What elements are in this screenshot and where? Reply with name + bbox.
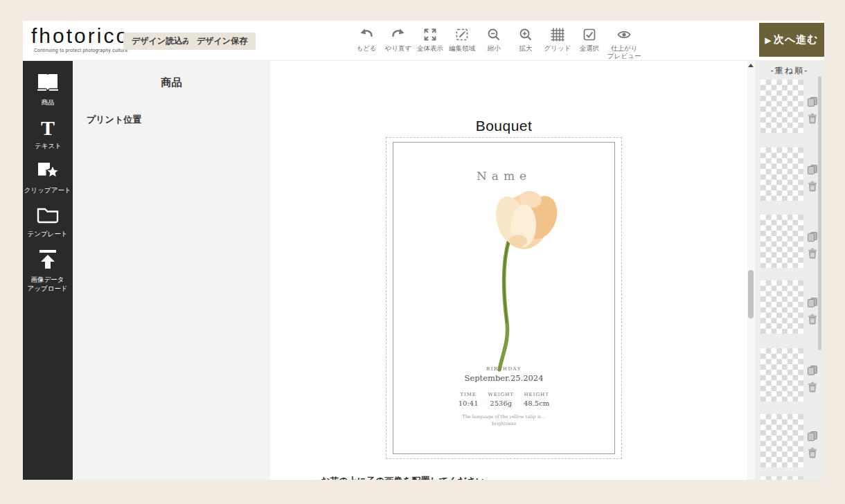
canvas-scrollbar[interactable] [747, 61, 755, 480]
delete-layer-button[interactable] [807, 113, 818, 124]
logo: fhotorico Continuing to protect photogra… [31, 26, 130, 53]
layer-thumbnail[interactable] [760, 80, 803, 133]
select-all-icon [582, 27, 597, 42]
layers-panel: -重ね順- [755, 61, 824, 480]
book-icon [35, 73, 60, 95]
text-icon: T [41, 118, 55, 138]
scroll-up-arrow-icon[interactable] [748, 64, 754, 67]
next-step-button[interactable]: ▶次へ進む [759, 23, 824, 57]
eye-icon [616, 27, 632, 42]
stats-row: TIME 10:41 WEIGHT 2536g HEIGHT 48.5cm [393, 392, 614, 407]
redo-button[interactable]: やり直す [384, 27, 412, 52]
delete-layer-button[interactable] [807, 314, 818, 325]
sidebar: 商品 T テキスト クリップアート テンプレート 画像データアップロード [23, 61, 73, 480]
design-card[interactable]: Name BIRTHDAY September.25.2024 [393, 142, 615, 454]
stat-time[interactable]: TIME 10:41 [459, 392, 479, 407]
zoom-in-button[interactable]: 拡大 [512, 27, 540, 52]
layer-thumbnail[interactable] [760, 147, 803, 201]
design-load-button[interactable]: デザイン読込み [123, 33, 199, 50]
sidebar-item-clipart[interactable]: クリップアート [23, 156, 73, 201]
birthday-label[interactable]: BIRTHDAY [393, 366, 614, 372]
sidebar-item-product[interactable]: 商品 [23, 68, 73, 113]
duplicate-layer-button[interactable] [807, 365, 818, 376]
header: fhotorico Continuing to protect photogra… [23, 21, 824, 61]
panel-title: 商品 [73, 76, 270, 89]
layer-thumbnail[interactable] [760, 348, 803, 402]
logo-text: fhotorico [31, 26, 130, 46]
upload-icon [36, 249, 60, 272]
toolbar: もどる やり直す 全体表示 編集領域 縮小 拡大 [353, 27, 645, 60]
zoom-out-icon [486, 27, 501, 42]
stat-height[interactable]: HEIGHT 48.5cm [524, 392, 549, 407]
grid-button[interactable]: グリッド [544, 27, 571, 52]
print-position-label: プリント位置 [87, 114, 141, 126]
template-icon [36, 206, 60, 226]
redo-icon [391, 27, 406, 42]
duplicate-layer-button[interactable] [807, 431, 818, 442]
design-title: Bouquet [386, 118, 622, 134]
name-placeholder-text[interactable]: Name [393, 169, 614, 183]
grid-icon [550, 27, 565, 42]
play-triangle-icon: ▶ [765, 36, 771, 44]
delete-layer-button[interactable] [807, 381, 818, 393]
duplicate-layer-button[interactable] [807, 297, 818, 308]
delete-layer-button[interactable] [807, 447, 818, 458]
tulip-image[interactable] [475, 186, 579, 375]
layer-thumbnail[interactable] [760, 414, 803, 467]
design-canvas[interactable]: Bouquet Name BIRTHDAY [270, 61, 747, 480]
undo-button[interactable]: もどる [353, 27, 380, 52]
app-window: fhotorico Continuing to protect photogra… [23, 21, 824, 480]
select-all-button[interactable]: 全選択 [576, 27, 603, 52]
undo-icon [359, 27, 374, 42]
fit-view-icon [423, 27, 438, 42]
edit-area-icon [454, 27, 470, 42]
layer-thumbnail[interactable] [760, 476, 803, 480]
clipart-icon [36, 161, 60, 183]
print-area-outline: Name BIRTHDAY September.25.2024 [386, 137, 622, 459]
layers-panel-title: -重ね順- [755, 65, 824, 77]
layer-thumbnail[interactable] [760, 280, 803, 334]
stat-weight[interactable]: WEIGHT 2536g [488, 392, 514, 407]
design-save-button[interactable]: デザイン保存 [188, 33, 256, 50]
flower-caption[interactable]: The language of the yellow tulip is… bri… [393, 414, 614, 428]
logo-tagline: Continuing to protect photography cultur… [34, 48, 130, 53]
birthday-value[interactable]: September.25.2024 [393, 373, 614, 383]
layers-scrollbar-thumb[interactable] [818, 76, 821, 350]
sidebar-item-text[interactable]: T テキスト [23, 113, 73, 156]
duplicate-layer-button[interactable] [807, 231, 818, 242]
duplicate-layer-button[interactable] [807, 164, 818, 175]
fit-view-button[interactable]: 全体表示 [416, 27, 444, 52]
sidebar-item-template[interactable]: テンプレート [23, 201, 73, 244]
product-panel: 商品 プリント位置 [73, 61, 270, 480]
placement-instruction: お花の上に子の画像を配置してください [321, 475, 485, 480]
finish-preview-button[interactable]: 仕上がりプレビュー [607, 27, 641, 60]
scrollbar-thumb[interactable] [748, 270, 754, 318]
layer-thumbnail[interactable] [760, 215, 803, 268]
duplicate-layer-button[interactable] [807, 96, 818, 107]
delete-layer-button[interactable] [807, 181, 818, 192]
sidebar-item-upload[interactable]: 画像データアップロード [23, 244, 73, 299]
edit-area-button[interactable]: 編集領域 [448, 27, 476, 52]
delete-layer-button[interactable] [807, 248, 818, 259]
zoom-out-button[interactable]: 縮小 [480, 27, 508, 52]
zoom-in-icon [518, 27, 533, 42]
